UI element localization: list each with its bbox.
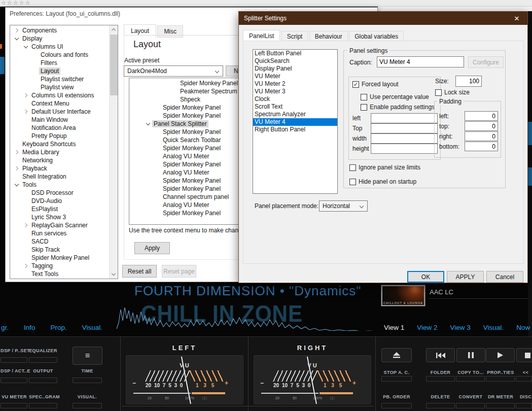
checkbox[interactable]: ✓ bbox=[349, 179, 356, 185]
tree-item[interactable]: Playback bbox=[11, 164, 109, 173]
layout-field-input[interactable] bbox=[371, 133, 438, 144]
panel-tree-item[interactable]: Channel spectrum panel bbox=[130, 193, 240, 201]
panel-tree-item[interactable]: Quick Search Toolbar bbox=[130, 136, 240, 144]
checkbox[interactable]: ✓ bbox=[361, 104, 367, 111]
panel-list-item[interactable]: Clock bbox=[253, 95, 337, 103]
panel-list-item[interactable]: Display Panel bbox=[253, 65, 337, 73]
panel-tree-item[interactable]: Panel Stack Splitter bbox=[130, 120, 240, 128]
album-art[interactable]: CHILLOUT & LOUNGE bbox=[381, 285, 425, 306]
output-button[interactable]: OUTPUT bbox=[29, 368, 57, 373]
tree-item[interactable]: Spider Monkey Panel bbox=[11, 254, 109, 262]
stop-after-current-button[interactable]: STOP A. C. bbox=[381, 370, 412, 375]
checkbox[interactable]: ✓ bbox=[349, 164, 356, 171]
panel-tree-item[interactable]: Shpeck bbox=[130, 95, 240, 104]
dr-meter-button[interactable]: DR METER bbox=[485, 394, 516, 399]
pause-button[interactable] bbox=[456, 348, 485, 362]
panel-list-item[interactable]: QuickSearch bbox=[253, 57, 337, 65]
convert-button[interactable]: CONVERT bbox=[455, 394, 486, 399]
previous-button[interactable] bbox=[426, 348, 455, 362]
panel-tree-item[interactable]: Spider Monkey Panel bbox=[130, 160, 240, 168]
tree-scrollbar[interactable] bbox=[109, 25, 118, 279]
rating-stars[interactable]: ☆☆☆☆☆ bbox=[1, 0, 31, 6]
scroll-down-icon[interactable] bbox=[112, 271, 116, 276]
panel-tree-item[interactable]: Peakmeter Spectrum bbox=[130, 87, 240, 95]
panel-list-item[interactable]: VU Meter 2 bbox=[253, 80, 337, 88]
tree-item[interactable]: Layout bbox=[11, 67, 109, 75]
tree-item[interactable]: DVD-Audio bbox=[11, 197, 109, 205]
tree-item[interactable]: Components bbox=[11, 26, 109, 35]
panel-list-item[interactable]: VU Meter 3 bbox=[253, 88, 337, 95]
apply-button[interactable]: APPLY bbox=[447, 271, 484, 283]
tree-item[interactable]: Display bbox=[11, 35, 109, 43]
dsp-preset-button[interactable]: DSP / P..SET bbox=[1, 348, 28, 353]
tree-item[interactable]: Main Window bbox=[11, 116, 109, 124]
panel-tree-item[interactable]: Analog VU Meter bbox=[130, 168, 240, 177]
seek-back-button[interactable]: << bbox=[519, 370, 532, 375]
tree-item[interactable]: Columns UI extensions bbox=[11, 91, 109, 99]
layout-field-input[interactable] bbox=[371, 113, 438, 123]
forced-layout-checkbox[interactable]: ✓ Forced layout bbox=[352, 81, 399, 88]
tree-item[interactable]: Tools bbox=[11, 181, 109, 189]
use-percentage-checkbox[interactable]: ✓ Use percentage value bbox=[361, 93, 429, 100]
play-button[interactable] bbox=[486, 348, 515, 362]
tree-item[interactable]: Networking bbox=[11, 156, 109, 164]
tree-item[interactable]: Media Library bbox=[11, 148, 109, 156]
tree-item[interactable]: Default User Interface bbox=[11, 108, 109, 116]
panel-list-item[interactable]: VU Meter 4 bbox=[253, 118, 337, 126]
reset-all-button[interactable]: Reset all bbox=[122, 265, 157, 278]
tree-item[interactable]: Tagging bbox=[11, 262, 109, 270]
panel-tree-item[interactable]: Analog VU Meter bbox=[130, 152, 240, 160]
menu-item[interactable]: Info bbox=[24, 324, 36, 331]
hide-on-startup-checkbox[interactable]: ✓ Hide panel on startup bbox=[349, 178, 416, 185]
tree-item[interactable]: Keyboard Shortcuts bbox=[11, 140, 109, 148]
menu-item[interactable]: Prop. bbox=[51, 324, 67, 331]
layout-field-input[interactable] bbox=[371, 123, 438, 133]
panel-tree-item[interactable]: Spider Monkey Panel bbox=[130, 185, 240, 193]
tree-item[interactable]: Text Tools bbox=[11, 270, 109, 278]
panel-list-item[interactable]: VU Meter bbox=[253, 73, 337, 80]
scroll-up-icon[interactable] bbox=[112, 28, 116, 32]
layout-field-input[interactable] bbox=[371, 144, 438, 154]
placement-mode-dropdown[interactable]: Horizontal bbox=[319, 200, 368, 212]
menu-item[interactable]: Now bbox=[516, 324, 530, 331]
tree-item[interactable]: Shell Integration bbox=[11, 173, 109, 181]
tree-item[interactable]: Run services bbox=[11, 229, 109, 237]
preset-dropdown[interactable]: DarkOne4Mod bbox=[124, 65, 223, 77]
menu-item[interactable]: gr. bbox=[1, 324, 9, 331]
configure-button[interactable]: Configure bbox=[468, 56, 504, 68]
padding-field-input[interactable] bbox=[465, 142, 498, 151]
cancel-button[interactable]: Cancel bbox=[486, 271, 523, 283]
menu-item[interactable]: View 3 bbox=[450, 324, 471, 331]
equalizer-button[interactable]: EQUALIZER bbox=[29, 348, 57, 353]
dialog-titlebar[interactable]: Splitter Settings ✕ bbox=[239, 12, 527, 25]
tree-item[interactable]: Context Menu bbox=[11, 99, 109, 108]
panel-tree-item[interactable]: Spider Monkey Panel bbox=[130, 128, 240, 136]
visual-button[interactable]: VISUAL. bbox=[72, 394, 102, 399]
apply-button[interactable]: Apply bbox=[134, 242, 170, 254]
reset-page-button[interactable]: Reset page bbox=[162, 265, 196, 278]
tree-item[interactable]: Playlist view bbox=[11, 83, 109, 91]
menu-button[interactable]: ≡ bbox=[73, 347, 102, 365]
panel-tree-item[interactable]: Spider Monkey Panel bbox=[130, 209, 240, 217]
panel-list-item[interactable]: Spectrum Analyzer bbox=[253, 111, 337, 118]
tree-item[interactable]: ReplayGain Scanner bbox=[11, 221, 109, 229]
panel-list-item[interactable]: Left Button Panel bbox=[253, 50, 337, 57]
copy-to-button[interactable]: COPY TO... bbox=[455, 370, 486, 375]
enable-padding-checkbox[interactable]: ✓ Enable padding settings bbox=[361, 104, 435, 111]
padding-field-input[interactable] bbox=[465, 121, 498, 131]
panel-tree-item[interactable]: Spider Monkey Panel bbox=[130, 104, 240, 112]
size-input[interactable] bbox=[455, 76, 482, 87]
menu-item[interactable]: Visual. bbox=[483, 324, 504, 331]
tree-item[interactable]: Notification Area bbox=[11, 124, 109, 132]
playback-order-button[interactable]: PB. ORDER bbox=[381, 394, 412, 399]
menu-item[interactable]: View 1 bbox=[384, 324, 404, 331]
panel-tree-item[interactable]: Spider Monkey Panel bbox=[130, 112, 240, 120]
properties-button[interactable]: PROP..TIES bbox=[485, 370, 516, 375]
folder-button[interactable]: FOLDER bbox=[426, 370, 455, 375]
padding-field-input[interactable] bbox=[465, 131, 498, 141]
tree-item[interactable]: Pretty Popup bbox=[11, 132, 109, 140]
panel-tree-item[interactable]: Spider Monkey Panel bbox=[130, 79, 240, 87]
panel-list-item[interactable]: Right Button Panel bbox=[253, 126, 337, 133]
scrollbar-thumb[interactable] bbox=[110, 35, 118, 95]
checkbox[interactable]: ✓ bbox=[352, 81, 359, 88]
